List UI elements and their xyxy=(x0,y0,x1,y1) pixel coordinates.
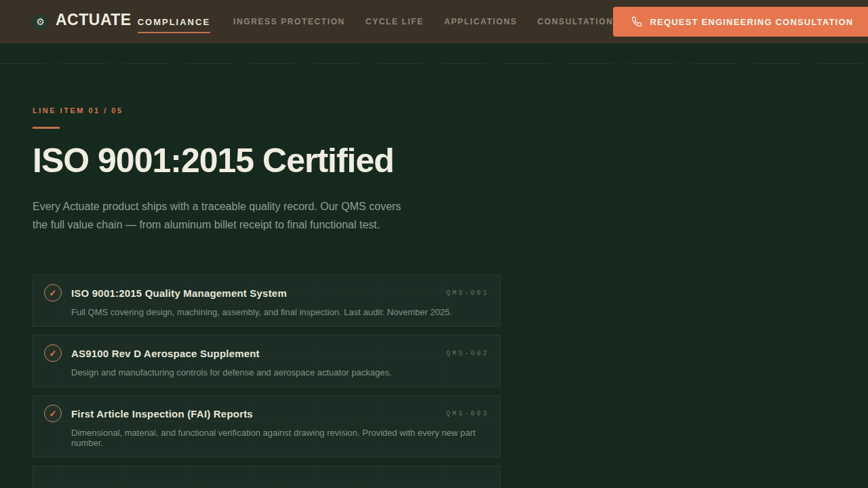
list-item: ✓ AS9100 Rev D Aerospace Supplement QMS-… xyxy=(33,335,500,387)
request-consultation-button[interactable]: REQUEST ENGINEERING CONSULTATION xyxy=(613,7,868,37)
list-item-description: Full QMS covering design, machining, ass… xyxy=(71,307,489,317)
check-icon: ✓ xyxy=(44,284,62,302)
list-item-header: ✓ First Article Inspection (FAI) Reports… xyxy=(44,405,489,422)
page-title: ISO 9001:2015 Certified xyxy=(33,142,835,180)
list-item: ✓ ISO 9001:2015 Quality Management Syste… xyxy=(33,274,500,327)
list-item-description: Design and manufacturing controls for de… xyxy=(71,367,489,378)
line-item-eyebrow: LINE ITEM 01 / 05 xyxy=(33,106,835,115)
list-item-partial xyxy=(33,466,500,488)
brand-name: ACTUATE xyxy=(56,11,132,29)
nav-item-applications[interactable]: APPLICATIONS xyxy=(444,17,517,26)
list-item-title: ISO 9001:2015 Quality Management System xyxy=(71,287,438,299)
brand-logo[interactable]: ⚙ ACTUATE COMPLIANCE xyxy=(33,11,210,33)
request-consultation-label: REQUEST ENGINEERING CONSULTATION xyxy=(650,17,853,27)
item-code-badge: QMS-001 xyxy=(446,289,489,297)
page-content: LINE ITEM 01 / 05 ISO 9001:2015 Certifie… xyxy=(0,43,868,488)
page-description: Every Actuate product ships with a trace… xyxy=(33,197,402,234)
compliance-list: ✓ ISO 9001:2015 Quality Management Syste… xyxy=(33,274,500,488)
list-item-title: AS9100 Rev D Aerospace Supplement xyxy=(71,348,438,359)
nav-item-ingress-protection[interactable]: INGRESS PROTECTION xyxy=(233,17,345,26)
top-navigation-bar: ⚙ ACTUATE COMPLIANCE INGRESS PROTECTION … xyxy=(0,0,868,43)
item-code-badge: QMS-002 xyxy=(446,350,489,357)
brand-section-compliance: COMPLIANCE xyxy=(138,17,210,33)
nav-item-cycle-life[interactable]: CYCLE LIFE xyxy=(366,17,424,26)
check-icon: ✓ xyxy=(44,344,62,362)
gear-icon: ⚙ xyxy=(33,14,48,30)
check-icon: ✓ xyxy=(44,405,62,422)
dashed-divider xyxy=(0,63,868,64)
list-item-header: ✓ ISO 9001:2015 Quality Management Syste… xyxy=(44,284,489,302)
list-item-description: Dimensional, material, and functional ve… xyxy=(71,428,489,448)
accent-rule xyxy=(33,127,60,129)
list-item: ✓ First Article Inspection (FAI) Reports… xyxy=(33,395,500,458)
main-nav: INGRESS PROTECTION CYCLE LIFE APPLICATIO… xyxy=(233,17,613,26)
phone-icon xyxy=(631,16,642,27)
list-item-title: First Article Inspection (FAI) Reports xyxy=(71,408,438,420)
item-code-badge: QMS-003 xyxy=(446,410,489,418)
list-item-header: ✓ AS9100 Rev D Aerospace Supplement QMS-… xyxy=(44,344,489,362)
nav-item-consultation[interactable]: CONSULTATION xyxy=(538,17,614,26)
